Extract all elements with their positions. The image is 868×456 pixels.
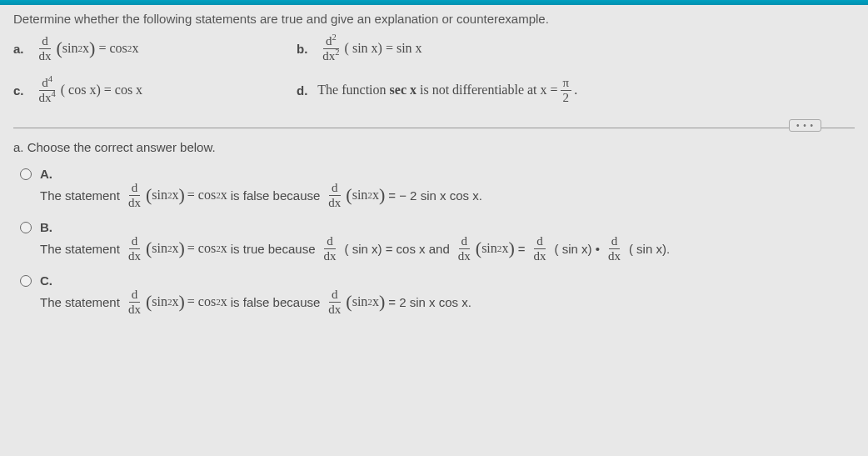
problem-c: c. d4 dx4 ( cos x) = cos x [13,76,297,104]
arg: x [82,41,89,56]
exp: 2 [332,33,337,42]
d: dx [126,196,143,210]
n: d [329,181,341,196]
t3: ( sin x) = cos x and [345,242,450,256]
rp: ) [178,188,184,203]
label-d: d. [297,83,307,98]
label-b: b. [297,42,307,56]
x2: x [221,294,227,309]
rp: ) [178,241,184,256]
d: dx [326,196,343,210]
lp: ( [346,294,352,309]
option-c[interactable]: C. The statement ddx ( sin2x ) = cos2x i… [20,273,855,316]
den: dx2 [320,49,342,63]
option-b[interactable]: B. The statement ddx ( sin2x ) = cos2x i… [20,219,855,263]
t2: is false because [231,188,321,203]
ddx: ddx [456,234,473,263]
x2: x [221,241,227,256]
t4: = [518,242,526,256]
d: dx [326,303,343,317]
math-b5: ddx [603,234,626,263]
divider [13,128,855,128]
ellipsis-icon[interactable]: • • • [789,119,821,132]
opt-c-container: C. The statement ddx ( sin2x ) = cos2x i… [40,273,475,316]
frac-d4dx4: d4 dx4 [37,76,58,104]
n: d [329,288,341,303]
text2: is not differentiable at x = [420,83,558,98]
opt-b-label: B. [40,220,673,234]
period: . [574,83,577,98]
math-b2: ddx [319,234,342,263]
cos: = cos [187,188,216,203]
x2: x [221,188,227,203]
n: d [609,234,621,249]
radio-c[interactable] [20,275,32,287]
den: dx [37,49,54,63]
frac-d2dx2: d2 dx2 [320,34,342,63]
exp: 4 [52,89,56,98]
d: dx [126,303,143,317]
problem-a: a. d dx ( sin 2 x ) = cos 2 x [13,34,297,63]
ddx: ddx [531,234,549,263]
math-a1: ddx ( sin2x ) = cos2x [123,181,227,209]
math-c2: ddx ( sin2x ) [323,288,385,316]
t5: ( sin x) • [555,242,600,256]
x: x [501,241,508,256]
exp: 2 [335,48,339,57]
math-a2: ddx ( sin2x ) [323,181,385,209]
t3: = − 2 sin x cos x. [388,188,482,203]
ddx: ddx [126,181,143,209]
x: x [172,294,178,309]
dx: dx [322,49,335,63]
pi: π [561,76,572,91]
frac-pi2: π 2 [561,76,572,104]
opt-b-text: The statement ddx ( sin2x ) = cos2x is t… [40,234,673,263]
math-c1: ddx ( sin2x ) = cos2x [123,288,227,316]
question-prompt: Determine whether the following statemen… [13,12,855,26]
radio-a[interactable] [20,168,32,180]
x: x [372,294,379,309]
n: d [129,234,141,249]
frac-ddx-a: d dx [37,34,54,63]
opt-a-label: A. [40,167,486,181]
lp: ( [146,241,152,256]
num: d [39,34,51,49]
fn: sin [62,41,78,56]
t3: = 2 sin x cos x. [388,295,471,309]
n: d [324,234,336,249]
radio-b[interactable] [20,222,32,233]
t2: is false because [231,295,321,309]
problem-d: d. The function sec x is not differentia… [297,76,780,104]
sin: sin [152,241,167,256]
lp: ( [146,188,152,203]
opt-c-label: C. [40,273,475,288]
t2: is true because [231,242,316,256]
ddx: ddx [326,288,343,316]
dx: dx [39,91,52,104]
divider-wrap: • • • [13,128,855,128]
d: dx [606,249,623,263]
option-a[interactable]: A. The statement ddx ( sin2x ) = cos2x i… [20,166,855,209]
rp: ) [379,294,385,309]
sin: sin [481,241,497,256]
math-b4: ddx [529,234,551,263]
math-b: d2 dx2 ( sin x) = sin x [317,34,422,63]
math-a: d dx ( sin 2 x ) = cos 2 x [34,34,139,63]
lp: ( [146,294,152,309]
ddx: ddx [606,234,623,263]
x: x [172,241,178,256]
label-a: a. [13,42,24,56]
math-b3: ddx ( sin2x ) [453,234,515,263]
secx: sec x [390,83,417,98]
sub-question-a: a. Choose the correct answer below. [13,140,855,154]
ddx: ddx [322,234,339,263]
sin: sin [152,188,167,203]
opt-a-container: A. The statement ddx ( sin2x ) = cos2x i… [40,166,486,209]
x: x [372,188,379,203]
d: dx [322,249,339,263]
lp: ( [346,188,352,203]
n: d [459,234,471,249]
rp: ) [178,294,184,309]
problems-row-2: c. d4 dx4 ( cos x) = cos x d. The functi… [13,76,855,113]
opt-c-text: The statement ddx ( sin2x ) = cos2x is f… [40,288,475,316]
